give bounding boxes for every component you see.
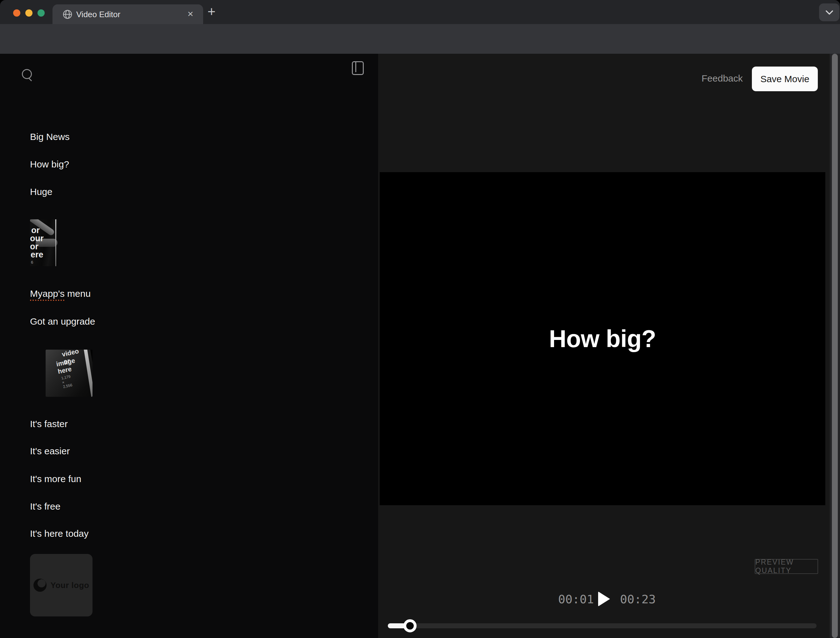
scene-thumbnail-1[interactable]: or our or ere 6: [30, 220, 57, 266]
logo-mark-icon: [33, 579, 47, 592]
tab-title: Video Editor: [76, 10, 120, 19]
new-tab-button[interactable]: +: [207, 4, 216, 19]
thumbnail-text-fragment: or: [30, 242, 38, 251]
thumbnail-text-fragment: our: [30, 234, 44, 243]
logo-thumbnail[interactable]: Your logo: [30, 554, 93, 616]
thumbnail-text-fragment: or: [31, 226, 40, 235]
tab-close-icon[interactable]: ×: [188, 8, 193, 20]
total-time: 00:23: [620, 592, 655, 606]
sidebar-toggle-icon[interactable]: [352, 61, 364, 75]
tab-search-button[interactable]: [819, 3, 839, 21]
sidebar-item-huge[interactable]: Huge: [30, 186, 52, 197]
scene-thumbnail-2[interactable]: paste video or image here 1,179 × 2,556: [46, 350, 93, 397]
browser-window: Video Editor × + ← →: [0, 0, 840, 638]
current-time: 00:01: [558, 592, 594, 606]
traffic-zoom-button[interactable]: [38, 9, 45, 17]
sidebar-item-label: menu: [65, 288, 91, 299]
thumbnail-text-fragment: ere: [31, 251, 43, 259]
sidebar-item-its-easier[interactable]: It's easier: [30, 446, 70, 456]
play-button[interactable]: [598, 591, 610, 606]
sidebar-item-its-more-fun[interactable]: It's more fun: [30, 474, 81, 484]
scrollbar-thumb[interactable]: [832, 54, 838, 638]
tab-strip: Video Editor × +: [0, 0, 840, 24]
logo-label: Your logo: [51, 581, 89, 590]
sidebar-item-got-an-upgrade[interactable]: Got an upgrade: [30, 316, 95, 327]
sidebar-item-big-news[interactable]: Big News: [30, 131, 70, 142]
chevron-down-icon: [825, 10, 834, 15]
traffic-close-button[interactable]: [13, 9, 20, 17]
sidebar-item-its-free[interactable]: It's free: [30, 501, 60, 512]
sidebar-item-its-faster[interactable]: It's faster: [30, 418, 68, 429]
globe-favicon-icon: [63, 9, 73, 19]
timeline-slider-thumb[interactable]: [403, 619, 417, 632]
browser-tab[interactable]: Video Editor ×: [52, 5, 203, 24]
preview-quality-badge: PREVIEW QUALITY: [755, 559, 818, 574]
sidebar-item-how-big[interactable]: How big?: [30, 159, 69, 170]
video-title-text: How big?: [549, 325, 656, 353]
sidebar-item-myapps-menu[interactable]: Myapp's menu: [30, 288, 91, 299]
spellchecked-word: Myapp's: [30, 288, 65, 299]
save-movie-button[interactable]: Save Movie: [752, 66, 818, 91]
search-icon[interactable]: [22, 69, 32, 79]
traffic-minimize-button[interactable]: [25, 9, 33, 17]
browser-toolbar: ← → video.rotato.app/edit/bignews ☆: [0, 24, 840, 54]
sidebar-item-its-here-today[interactable]: It's here today: [30, 528, 89, 539]
timeline-slider-track[interactable]: [388, 623, 816, 628]
thumbnail-edge-highlight: [55, 220, 56, 266]
video-preview-canvas[interactable]: How big?: [380, 172, 825, 505]
feedback-link[interactable]: Feedback: [701, 73, 743, 84]
thumbnail-footnote: 6: [31, 260, 33, 265]
